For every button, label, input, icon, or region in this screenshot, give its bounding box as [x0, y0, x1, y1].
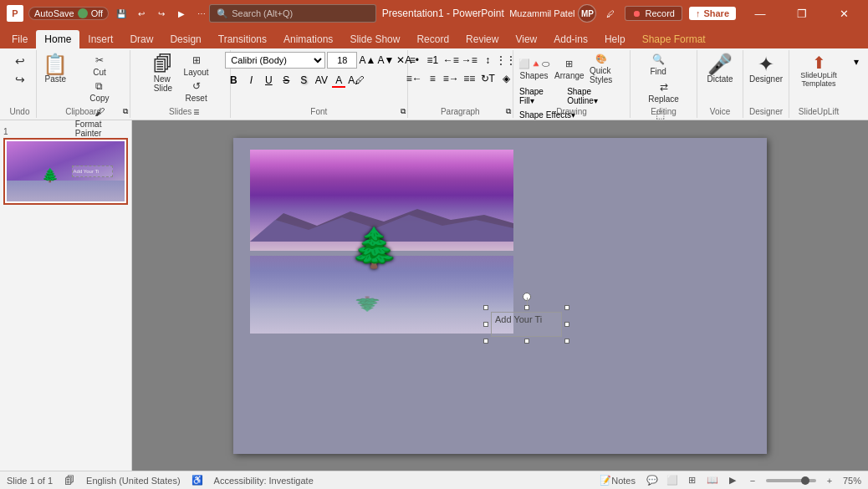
numbering-button[interactable]: ≡1	[424, 52, 441, 69]
user-avatar[interactable]: MP	[578, 4, 596, 23]
normal-view-icon[interactable]: ⬜	[666, 474, 679, 487]
slideuplift-button[interactable]: ⬆ SlideUpLiftTemplates	[796, 52, 841, 90]
tab-record[interactable]: Record	[408, 30, 457, 48]
dictate-button[interactable]: 🎤 Dictate	[702, 52, 737, 86]
reset-button[interactable]: ↺ Reset	[180, 79, 212, 104]
arrange-label: Arrange	[554, 71, 585, 80]
comments-icon[interactable]: 💬	[646, 474, 659, 487]
tab-design[interactable]: Design	[161, 30, 209, 48]
tab-file[interactable]: File	[3, 30, 36, 48]
quick-styles-button[interactable]: 🎨 QuickStyles	[588, 52, 615, 86]
columns-button[interactable]: ⋮⋮	[498, 52, 514, 69]
redo-icon[interactable]: ↪	[154, 6, 169, 21]
tab-transitions[interactable]: Transitions	[210, 30, 275, 48]
font-name-select[interactable]: Calibri (Body)	[225, 52, 325, 69]
bullets-button[interactable]: ≡•	[406, 52, 422, 69]
quick-styles-icon: 🎨	[595, 53, 607, 64]
more-icon[interactable]: ⋯	[194, 6, 209, 21]
tab-insert[interactable]: Insert	[79, 30, 121, 48]
tab-help[interactable]: Help	[596, 30, 634, 48]
tab-slideshow[interactable]: Slide Show	[341, 30, 408, 48]
copy-button[interactable]: ⧉ Copy	[73, 79, 126, 104]
cut-button[interactable]: ✂ Cut	[73, 53, 126, 78]
slide-info: Slide 1 of 1	[7, 476, 53, 486]
autosave-toggle[interactable]: AutoSave Off	[28, 7, 109, 20]
font-color-button[interactable]: A	[330, 72, 347, 89]
save-icon[interactable]: 💾	[114, 6, 129, 21]
share-button[interactable]: ↑ Share	[689, 7, 736, 20]
paragraph-expand-icon[interactable]: ⧉	[506, 107, 511, 116]
slide-image[interactable]: 🌲 🌲	[250, 150, 513, 334]
quick-styles-label: QuickStyles	[590, 66, 612, 84]
reading-view-icon[interactable]: 📖	[706, 474, 719, 487]
canvas-area: 🌲 🌲 Add Your Ti	[132, 120, 868, 471]
tab-shapeformat[interactable]: Shape Format	[634, 30, 714, 48]
shape-outline-button[interactable]: Shape Outline▾	[564, 88, 626, 104]
bold-button[interactable]: B	[225, 72, 242, 89]
tab-view[interactable]: View	[507, 30, 545, 48]
record-button-title[interactable]: ⏺ Record	[625, 6, 682, 21]
presentation-title: Presentation1 - PowerPoint	[376, 8, 509, 19]
shape-fill-button[interactable]: Shape Fill▾	[517, 88, 563, 104]
font-size-input[interactable]	[327, 52, 357, 69]
text-direction-button[interactable]: ↻T	[479, 70, 496, 87]
text-placeholder[interactable]: Add Your Ti	[491, 312, 562, 337]
zoom-out-button[interactable]: −	[746, 474, 759, 487]
accessibility-icon[interactable]: ♿	[191, 474, 204, 487]
zoom-slider[interactable]	[766, 479, 816, 482]
underline-button[interactable]: U	[260, 72, 277, 89]
status-bar: Slide 1 of 1 🗐 English (United States) ♿…	[0, 471, 868, 489]
text-shadow-button[interactable]: S	[295, 72, 312, 89]
align-right-button[interactable]: ≡→	[442, 70, 459, 87]
decrease-font-button[interactable]: A▼	[377, 52, 394, 69]
tab-home[interactable]: Home	[36, 30, 79, 48]
slide-show-icon[interactable]: ▶	[726, 474, 739, 487]
shapes-button[interactable]: ⬜🔺⬭ Shapes	[517, 57, 551, 82]
designer-button[interactable]: ✦ Designer	[745, 52, 787, 86]
highlight-color-button[interactable]: A🖊	[348, 72, 365, 89]
layout-button[interactable]: ⊞ Layout	[180, 53, 212, 78]
smartart-button[interactable]: ◈	[498, 70, 514, 87]
expand-ribbon-button[interactable]: ▾	[848, 53, 865, 70]
slide-view-icon[interactable]: 🗐	[63, 474, 76, 487]
font-expand-icon[interactable]: ⧉	[401, 107, 406, 116]
tab-draw[interactable]: Draw	[121, 30, 161, 48]
align-left-button[interactable]: ≡←	[406, 70, 422, 87]
slide-sorter-icon[interactable]: ⊞	[686, 474, 699, 487]
minimize-button[interactable]: —	[743, 0, 778, 27]
redo-button[interactable]: ↪	[7, 70, 33, 89]
tab-animations[interactable]: Animations	[275, 30, 341, 48]
present-icon[interactable]: ▶	[174, 6, 189, 21]
pen-icon[interactable]: 🖊	[603, 6, 618, 21]
new-slide-icon: 🗐	[153, 54, 173, 74]
replace-button[interactable]: ⇄ Replace	[645, 79, 682, 105]
dictate-label: Dictate	[707, 74, 733, 84]
tab-review[interactable]: Review	[457, 30, 507, 48]
justify-button[interactable]: ≡≡	[461, 70, 477, 87]
undo-button[interactable]: ↩	[7, 52, 33, 70]
undo-icon[interactable]: ↩	[134, 6, 149, 21]
slide-canvas[interactable]: 🌲 🌲 Add Your Ti	[233, 138, 767, 454]
strikethrough-button[interactable]: S	[278, 72, 294, 89]
decrease-indent-button[interactable]: ←≡	[442, 52, 459, 69]
paste-button[interactable]: 📋 Paste	[40, 52, 71, 86]
char-spacing-button[interactable]: AV	[313, 72, 329, 89]
line-spacing-button[interactable]: ↕	[479, 52, 496, 69]
increase-font-button[interactable]: A▲	[359, 52, 375, 69]
tab-addins[interactable]: Add-ins	[545, 30, 596, 48]
close-button[interactable]: ✕	[826, 0, 861, 27]
maximize-button[interactable]: ❐	[784, 0, 819, 27]
slide-thumb-1[interactable]: 🌲 Add Your Ti	[3, 138, 128, 205]
search-box[interactable]: 🔍 Search (Alt+Q)	[209, 4, 376, 23]
ribbon-group-designer: ✦ Designer Designer	[743, 50, 789, 118]
center-button[interactable]: ≡	[424, 70, 441, 87]
zoom-in-button[interactable]: +	[823, 474, 836, 487]
italic-button[interactable]: I	[243, 72, 259, 89]
increase-indent-button[interactable]: →≡	[461, 52, 477, 69]
clipboard-expand-icon[interactable]: ⧉	[123, 107, 128, 116]
find-icon: 🔍	[652, 53, 665, 65]
arrange-button[interactable]: ⊞ Arrange	[553, 57, 586, 82]
find-button[interactable]: 🔍 Find	[645, 52, 671, 78]
new-slide-button[interactable]: 🗐 NewSlide	[148, 52, 178, 95]
notes-button[interactable]: 📝 Notes	[596, 474, 639, 487]
